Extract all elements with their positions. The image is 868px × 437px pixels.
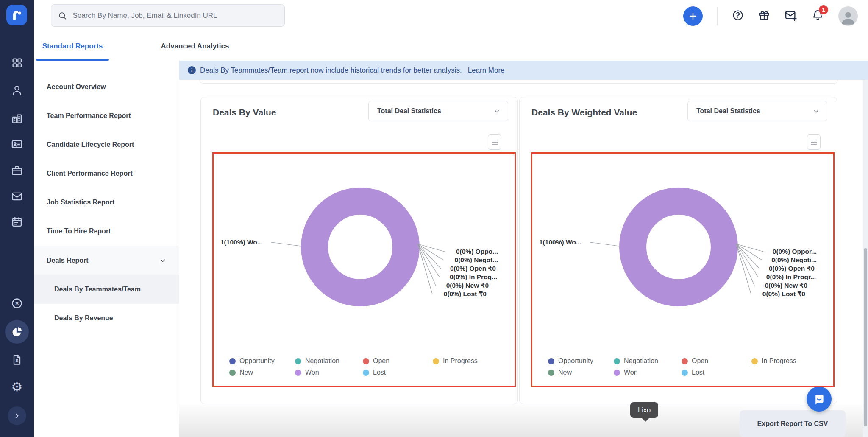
sidebar-item-inbox[interactable] — [0, 190, 34, 202]
scrollbar-thumb[interactable] — [864, 248, 867, 426]
card-deals-by-weighted-value: Deals By Weighted Value Total Deal Stati… — [519, 97, 837, 404]
sidebar-item-invoices[interactable]: $ — [0, 354, 34, 366]
nav-deals-by-teammates[interactable]: Deals By Teammates/Team — [34, 275, 179, 304]
card-title: Deals By Value — [213, 107, 276, 118]
topbar-divider — [717, 7, 718, 25]
chart-highlight-region: 1(100%) Wo... 0(0%) Oppor... 0(0%) Negot… — [531, 152, 835, 387]
info-icon: i — [188, 66, 196, 74]
user-avatar[interactable] — [838, 6, 858, 26]
top-bar: 1 — [34, 0, 868, 32]
add-button[interactable] — [683, 6, 703, 26]
pie-label-won: 1(100%) Wo... — [220, 238, 263, 246]
dashboard-icon — [11, 57, 23, 69]
email-compose-button[interactable] — [785, 9, 797, 23]
legend-new[interactable]: New — [229, 369, 295, 376]
svg-text:$: $ — [15, 300, 19, 307]
sidebar-item-placements[interactable]: $ — [0, 297, 34, 309]
legend-negotiation[interactable]: Negotiation — [614, 357, 682, 365]
pie-label-open: 0(0%) Open ₹0 — [769, 265, 815, 272]
report-tabs: Standard Reports Advanced Analytics — [34, 32, 868, 61]
nav-account-overview[interactable]: Account Overview — [34, 73, 179, 101]
pie-label-open: 0(0%) Open ₹0 — [450, 265, 496, 272]
legend-marker — [363, 370, 369, 376]
legend-marker — [548, 358, 554, 364]
pie-label-negotiation: 0(0%) Negot... — [455, 256, 498, 264]
deal-statistics-dropdown[interactable]: Total Deal Statistics — [687, 101, 827, 121]
legend-negotiation[interactable]: Negotiation — [295, 357, 363, 365]
nav-time-to-hire[interactable]: Time To Hire Report — [34, 217, 179, 246]
legend-marker — [548, 370, 554, 376]
chart-context-menu[interactable] — [807, 134, 821, 150]
banner-message: Deals By Teammates/Team report now inclu… — [200, 66, 462, 75]
legend-new[interactable]: New — [548, 369, 614, 376]
legend-opportunity[interactable]: Opportunity — [229, 357, 295, 365]
search-input[interactable] — [72, 11, 278, 20]
legend-marker — [295, 370, 301, 376]
reports-nav: Account Overview Team Performance Report… — [34, 61, 179, 437]
nav-team-performance[interactable]: Team Performance Report — [34, 101, 179, 130]
nav-job-statistics[interactable]: Job Statistics Report — [34, 188, 179, 217]
pie-label-new: 0(0%) New ₹0 — [765, 282, 807, 289]
company-icon — [11, 113, 23, 125]
legend-won[interactable]: Won — [295, 369, 363, 376]
legend-marker — [682, 370, 688, 376]
legend-lost[interactable]: Lost — [363, 369, 433, 376]
legend-won[interactable]: Won — [614, 369, 682, 376]
legend-in-progress[interactable]: In Progress — [433, 357, 478, 365]
topbar-actions: 1 — [683, 0, 858, 32]
sidebar-item-settings[interactable]: ⚙ — [0, 381, 34, 393]
global-search[interactable] — [51, 4, 285, 27]
deal-statistics-dropdown[interactable]: Total Deal Statistics — [368, 101, 508, 121]
page-scrollbar[interactable] — [863, 80, 868, 437]
dropdown-value: Total Deal Statistics — [377, 107, 441, 115]
candidate-icon — [11, 84, 23, 96]
tab-advanced-analytics[interactable]: Advanced Analytics — [153, 32, 237, 61]
avatar-silhouette — [840, 9, 857, 26]
sidebar-item-contacts[interactable] — [0, 138, 34, 150]
sidebar-item-calendar[interactable] — [0, 216, 34, 228]
pie-label-in-progress: 0(0%) In Prog... — [450, 273, 497, 281]
banner-learn-more-link[interactable]: Learn More — [468, 66, 505, 75]
legend-marker — [295, 358, 301, 364]
nav-deals-report[interactable]: Deals Report — [34, 246, 179, 275]
app-screen: $ $ ⚙ — [0, 0, 868, 437]
legend-marker — [363, 358, 369, 364]
chart-legend: Opportunity Negotiation Open In Progress… — [548, 357, 796, 376]
sidebar-item-dashboard[interactable] — [0, 57, 34, 69]
notification-badge: 1 — [819, 5, 828, 14]
nav-candidate-lifecycle[interactable]: Candidate Lifecycle Report — [34, 130, 179, 159]
tab-standard-reports[interactable]: Standard Reports — [36, 32, 109, 61]
lixo-tooltip: Lixo — [630, 402, 658, 418]
legend-marker — [229, 358, 236, 364]
chat-launcher-button[interactable] — [807, 387, 832, 412]
tab-standard-reports-label: Standard Reports — [42, 42, 103, 50]
chart-legend: Opportunity Negotiation Open In Progress… — [229, 357, 478, 376]
nav-client-performance[interactable]: Client Performance Report — [34, 159, 179, 188]
pie-label-opportunity: 0(0%) Oppor... — [773, 248, 817, 255]
legend-in-progress[interactable]: In Progress — [751, 357, 796, 365]
sidebar-item-jobs[interactable] — [0, 165, 34, 176]
search-icon — [58, 11, 67, 20]
sidebar-item-companies[interactable] — [0, 113, 34, 125]
legend-marker — [751, 358, 758, 364]
pie-label-in-progress: 0(0%) In Progr... — [766, 273, 816, 281]
legend-lost[interactable]: Lost — [682, 369, 751, 376]
footer-strip: Lixo Export Report To CSV — [179, 404, 863, 437]
sidebar-item-reports-active[interactable] — [5, 320, 29, 344]
chart-context-menu[interactable] — [488, 134, 501, 150]
whats-new-button[interactable] — [758, 9, 770, 23]
chevron-right-icon — [13, 412, 21, 420]
app-logo[interactable] — [6, 5, 27, 25]
legend-open[interactable]: Open — [682, 357, 751, 365]
pie-label-lost: 0(0%) Lost ₹0 — [762, 290, 805, 298]
sidebar-expand-button[interactable] — [8, 406, 26, 425]
legend-opportunity[interactable]: Opportunity — [548, 357, 614, 365]
sidebar-item-candidates[interactable] — [0, 84, 34, 96]
chat-bubble-icon — [813, 393, 826, 406]
export-report-csv-button[interactable]: Export Report To CSV — [740, 410, 846, 437]
nav-deals-by-revenue[interactable]: Deals By Revenue — [34, 304, 179, 333]
notifications-button[interactable]: 1 — [812, 9, 824, 23]
help-button[interactable] — [732, 9, 744, 23]
legend-open[interactable]: Open — [363, 357, 433, 365]
sidebar-rail: $ $ ⚙ — [0, 0, 34, 437]
